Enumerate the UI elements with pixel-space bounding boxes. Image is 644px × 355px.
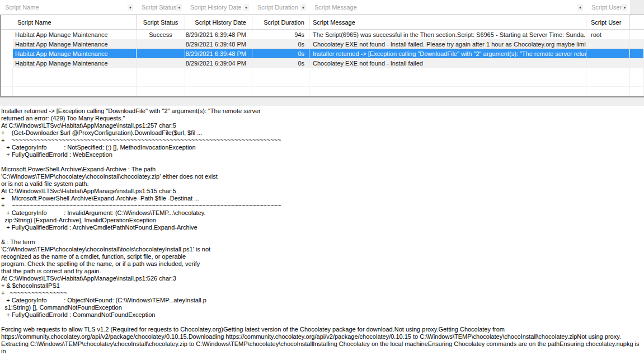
row-indent-cell bbox=[1, 39, 13, 49]
cell-script-message: Installer returned -> [Exception calling… bbox=[309, 49, 586, 58]
cell-script-user: root bbox=[586, 30, 630, 39]
empty-table-row[interactable] bbox=[1, 87, 644, 96]
cell-script-status bbox=[137, 58, 185, 68]
cell-script-history-date: 8/29/2021 6:39:48 PM bbox=[185, 30, 252, 39]
filter-label-script-duration: Script Duration bbox=[252, 4, 298, 11]
column-header-script-history-date[interactable]: Script History Date bbox=[185, 15, 252, 30]
table-header-row: Script NameScript StatusScript History D… bbox=[1, 15, 644, 30]
empty-table-row[interactable] bbox=[1, 77, 644, 87]
column-header-script-name[interactable]: Script Name bbox=[13, 15, 137, 30]
cell-script-message: The Script(6965) was successful in the T… bbox=[309, 30, 586, 39]
filter-bar-end-cap bbox=[630, 0, 644, 15]
cell-script-name: Habitat App Manage Maintenance bbox=[13, 39, 137, 49]
empty-table-row[interactable] bbox=[1, 68, 644, 77]
table-row[interactable]: Habitat App Manage MaintenanceSuccess8/2… bbox=[1, 30, 644, 39]
script-message-detail-pane: Installer returned -> [Exception calling… bbox=[0, 106, 644, 354]
cell-script-name: Habitat App Manage Maintenance bbox=[13, 30, 137, 39]
cell-script-status: Success bbox=[137, 30, 185, 39]
row-indent-cell bbox=[1, 58, 13, 68]
cell-script-history-date: 8/29/2021 6:39:48 PM bbox=[185, 39, 252, 49]
cell-script-duration: 0s bbox=[252, 49, 309, 58]
cell-script-duration: 94s bbox=[252, 30, 309, 39]
cell-script-message: Chocolatey EXE not found - Install faile… bbox=[309, 39, 586, 49]
filter-script-status[interactable]: Script Status▾ bbox=[137, 0, 185, 15]
chevron-down-icon[interactable]: ▾ bbox=[577, 4, 583, 11]
cell-spacer bbox=[630, 49, 644, 58]
filter-script-message[interactable]: Script Message▾ bbox=[309, 0, 586, 15]
table-body: Habitat App Manage MaintenanceSuccess8/2… bbox=[1, 30, 644, 96]
cell-script-history-date: 8/29/2021 6:39:04 PM bbox=[185, 58, 252, 68]
row-indent-cell bbox=[1, 49, 13, 58]
filter-script-name[interactable]: Script Name▾ bbox=[0, 0, 137, 15]
table-row[interactable]: Habitat App Manage Maintenance8/29/2021 … bbox=[1, 49, 644, 58]
cell-script-name: Habitat App Manage Maintenance bbox=[13, 58, 137, 68]
pane-separator[interactable] bbox=[0, 97, 644, 106]
chevron-down-icon[interactable]: ▾ bbox=[300, 4, 306, 11]
chevron-down-icon[interactable]: ▾ bbox=[622, 4, 627, 11]
table-row[interactable]: Habitat App Manage Maintenance8/29/2021 … bbox=[1, 58, 644, 68]
cell-script-duration: 0s bbox=[252, 58, 309, 68]
filter-script-user[interactable]: Script User▾ bbox=[586, 0, 630, 15]
filter-script-history-date[interactable]: Script History Date▾ bbox=[185, 0, 252, 15]
cell-script-duration: 0s bbox=[252, 39, 309, 49]
cell-script-status bbox=[137, 39, 185, 49]
cell-script-message: Chocolatey EXE not found - Install faile… bbox=[309, 58, 586, 68]
column-header-script-status[interactable]: Script Status bbox=[137, 15, 185, 30]
detail-text: Installer returned -> [Exception calling… bbox=[1, 108, 642, 355]
cell-script-name: Habitat App Manage Maintenance bbox=[13, 49, 137, 58]
table-row[interactable]: Habitat App Manage Maintenance8/29/2021 … bbox=[1, 39, 644, 49]
script-history-table: Script NameScript StatusScript History D… bbox=[0, 15, 644, 96]
filter-label-script-status: Script Status bbox=[137, 4, 176, 11]
filter-label-script-user: Script User bbox=[586, 4, 622, 11]
chevron-down-icon[interactable]: ▾ bbox=[243, 4, 249, 11]
filter-label-script-name: Script Name bbox=[0, 4, 39, 11]
chevron-down-icon[interactable]: ▾ bbox=[176, 4, 182, 11]
cell-script-user bbox=[586, 39, 630, 49]
filter-label-script-message: Script Message bbox=[309, 4, 357, 11]
cell-script-history-date: 8/29/2021 6:39:48 PM bbox=[185, 49, 252, 58]
cell-spacer bbox=[630, 58, 644, 68]
header-spacer-cell bbox=[630, 15, 644, 30]
row-indent-cell bbox=[1, 30, 13, 39]
filter-script-duration[interactable]: Script Duration▾ bbox=[252, 0, 309, 15]
column-header-script-user[interactable]: Script User bbox=[586, 15, 630, 30]
cell-script-status bbox=[137, 49, 185, 58]
filter-label-script-history-date: Script History Date bbox=[185, 4, 242, 11]
column-header-script-duration[interactable]: Script Duration bbox=[252, 15, 309, 30]
cell-spacer bbox=[630, 30, 644, 39]
header-indent-cell bbox=[1, 15, 13, 30]
filter-bar: Script Name▾Script Status▾Script History… bbox=[0, 0, 644, 15]
column-header-script-message[interactable]: Script Message bbox=[309, 15, 586, 30]
cell-spacer bbox=[630, 39, 644, 49]
cell-script-user bbox=[586, 58, 630, 68]
chevron-down-icon[interactable]: ▾ bbox=[128, 4, 133, 11]
cell-script-user bbox=[586, 49, 630, 58]
